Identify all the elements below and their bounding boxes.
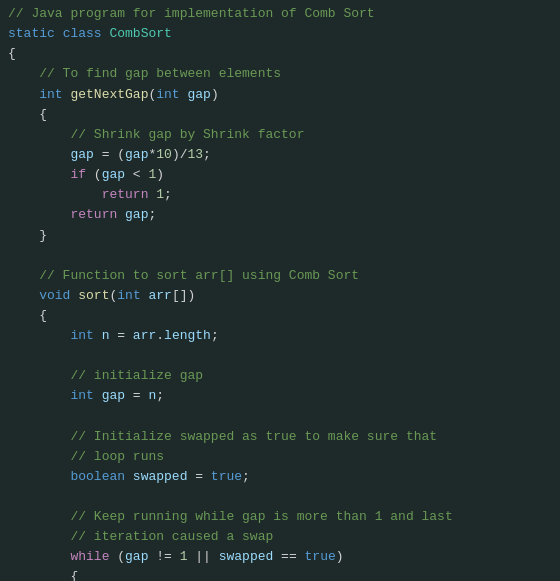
code-line bbox=[0, 246, 560, 266]
code-line: // Shrink gap by Shrink factor bbox=[0, 125, 560, 145]
code-line: // iteration caused a swap bbox=[0, 527, 560, 547]
code-line: // To find gap between elements bbox=[0, 64, 560, 84]
code-editor: // Java program for implementation of Co… bbox=[0, 0, 560, 581]
code-line: return 1; bbox=[0, 185, 560, 205]
code-line: // loop runs bbox=[0, 447, 560, 467]
code-line bbox=[0, 346, 560, 366]
code-line bbox=[0, 487, 560, 507]
code-line: static class CombSort bbox=[0, 24, 560, 44]
code-line: { bbox=[0, 44, 560, 64]
code-line: return gap; bbox=[0, 205, 560, 225]
code-line: while (gap != 1 || swapped == true) bbox=[0, 547, 560, 567]
code-line: // Keep running while gap is more than 1… bbox=[0, 507, 560, 527]
code-line: { bbox=[0, 306, 560, 326]
code-line: boolean swapped = true; bbox=[0, 467, 560, 487]
code-line: gap = (gap*10)/13; bbox=[0, 145, 560, 165]
code-line: // initialize gap bbox=[0, 366, 560, 386]
code-line: if (gap < 1) bbox=[0, 165, 560, 185]
code-line: } bbox=[0, 226, 560, 246]
code-line: int n = arr.length; bbox=[0, 326, 560, 346]
code-line: { bbox=[0, 105, 560, 125]
code-line: void sort(int arr[]) bbox=[0, 286, 560, 306]
code-line: int gap = n; bbox=[0, 386, 560, 406]
code-line: int getNextGap(int gap) bbox=[0, 85, 560, 105]
code-line: // Java program for implementation of Co… bbox=[0, 4, 560, 24]
code-line bbox=[0, 407, 560, 427]
code-line: // Function to sort arr[] using Comb Sor… bbox=[0, 266, 560, 286]
code-line: { bbox=[0, 567, 560, 581]
code-line: // Initialize swapped as true to make su… bbox=[0, 427, 560, 447]
